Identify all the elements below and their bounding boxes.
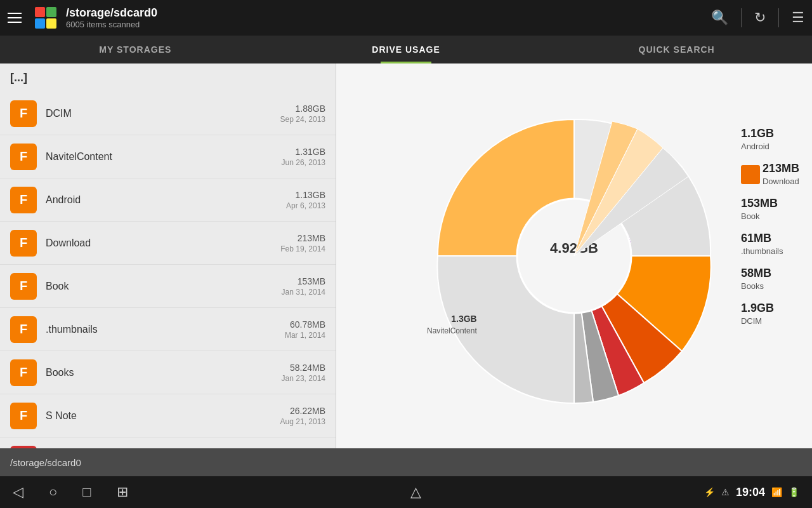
sunburst-chart[interactable]: 4.92GB [396,78,752,434]
battery-icon: 🔋 [789,487,799,497]
legend-thumbnails: 61MB .thumbnails [741,232,799,257]
file-item[interactable]: F Download 213MB Feb 19, 2014 [0,222,336,265]
system-time: 19:04 [736,486,765,499]
chart-panel: 4.92GB [336,64,812,448]
refresh-icon[interactable]: ↻ [754,10,766,26]
file-size: 58.24MB [282,363,325,373]
file-folder-icon: F [10,273,37,300]
storage-path: /storage/sdcard0 [66,6,711,20]
file-item[interactable]: F Android 1.13GB Apr 6, 2013 [0,178,336,222]
tab-drive-usage[interactable]: DRIVE USAGE [271,36,542,64]
file-date: Apr 6, 2013 [286,201,325,210]
nav-bar-right: ⚡ ⚠ 19:04 📶 🔋 [704,486,799,499]
signal-icon: 📶 [771,487,782,497]
tab-my-storages[interactable]: MY STORAGES [0,36,271,64]
file-list: [...] F DCIM 1.88GB Sep 24, 2013 F Navit… [0,64,336,448]
up-button[interactable]: △ [410,484,421,500]
legend-books: 58MB Books [741,267,799,291]
file-name: DCIM [46,108,280,119]
recents-button[interactable]: □ [82,484,91,500]
file-item[interactable]: F NavitelContent 1.31GB Jun 26, 2013 [0,135,336,178]
qr-button[interactable]: ⊞ [117,484,128,500]
legend-download: 213MB Download [741,162,799,187]
file-date: Sep 24, 2013 [280,115,325,124]
file-size: 213MB [280,233,325,243]
file-name: NavitelContent [46,151,282,163]
nav-tabs: MY STORAGES DRIVE USAGE QUICK SEARCH [0,36,812,64]
file-meta: 1.13GB Apr 6, 2013 [286,190,325,210]
top-bar: /storage/sdcard0 6005 items scanned 🔍 ↻ … [0,0,812,36]
file-folder-icon: F [10,403,37,429]
file-item[interactable]: F Book 153MB Jan 31, 2014 [0,265,336,308]
file-meta: 1.31GB Jun 26, 2013 [282,147,325,167]
file-meta: 213MB Feb 19, 2014 [280,233,325,253]
top-bar-title: /storage/sdcard0 6005 items scanned [66,6,711,29]
chart-legend: 1.1GB Android 213MB Download 153MB Book … [741,127,799,326]
file-size: 1.31GB [282,147,325,157]
menu-icon[interactable] [8,8,28,28]
file-name: Books [46,367,282,378]
file-item[interactable]: F S Note 26.22MB Aug 21, 2013 [0,394,336,438]
current-path: /storage/sdcard0 [10,457,81,468]
file-folder-icon: F [10,316,37,343]
file-item[interactable]: F ... 23.53MB [0,438,336,448]
file-folder-icon: F [10,144,37,170]
navitel-chart-label: 1.3GB NavitelContent [427,313,477,336]
file-name: Book [46,281,282,292]
file-name: Download [46,237,280,249]
file-date: Feb 19, 2014 [280,244,325,253]
app-logo [33,5,58,30]
top-bar-actions: 🔍 ↻ ☰ [711,8,804,27]
legend-dcim: 1.9GB DCIM [741,302,799,326]
file-item[interactable]: F DCIM 1.88GB Sep 24, 2013 [0,92,336,135]
file-name: .thumbnails [46,324,285,335]
file-size: 1.13GB [286,190,325,200]
file-folder-icon: F [10,187,37,213]
file-date: Jan 23, 2014 [282,374,325,383]
main-content: [...] F DCIM 1.88GB Sep 24, 2013 F Navit… [0,64,812,448]
back-button[interactable]: ◁ [13,484,23,500]
nav-bar-center: △ [410,484,421,500]
path-bar: /storage/sdcard0 [0,448,812,476]
file-meta: 1.88GB Sep 24, 2013 [280,104,325,124]
file-date: Aug 21, 2013 [280,417,325,426]
home-button[interactable]: ○ [49,484,57,500]
file-size: 1.88GB [280,104,325,114]
file-size: 26.22MB [280,406,325,416]
file-folder-icon: F [10,359,37,386]
usb-icon: ⚡ [704,487,715,497]
file-meta: 153MB Jan 31, 2014 [282,276,325,297]
search-icon[interactable]: 🔍 [711,10,728,26]
breadcrumb[interactable]: [...] [0,64,336,92]
legend-android: 1.1GB Android [741,127,799,152]
legend-book: 153MB Book [741,197,799,222]
tab-quick-search[interactable]: QUICK SEARCH [541,36,812,64]
file-size: 60.78MB [285,319,325,330]
file-item[interactable]: F Books 58.24MB Jan 23, 2014 [0,351,336,394]
warning-icon: ⚠ [721,487,730,497]
file-date: Jan 31, 2014 [282,288,325,297]
nav-bar-left: ◁ ○ □ ⊞ [13,484,128,500]
divider2 [778,8,779,27]
scan-count: 6005 items scanned [66,20,711,29]
file-folder-icon: F [10,100,37,127]
file-meta: 26.22MB Aug 21, 2013 [280,406,325,426]
file-meta: 58.24MB Jan 23, 2014 [282,363,325,383]
file-size: 153MB [282,276,325,286]
file-name: S Note [46,410,280,422]
file-name: Android [46,194,286,206]
overflow-menu-icon[interactable]: ☰ [792,10,804,26]
file-folder-icon: F [10,230,37,257]
file-date: Jun 26, 2013 [282,158,325,167]
divider [741,8,742,27]
android-nav-bar: ◁ ○ □ ⊞ △ ⚡ ⚠ 19:04 📶 🔋 [0,476,812,508]
file-item[interactable]: F .thumbnails 60.78MB Mar 1, 2014 [0,308,336,351]
file-meta: 60.78MB Mar 1, 2014 [285,319,325,340]
file-date: Mar 1, 2014 [285,331,325,340]
